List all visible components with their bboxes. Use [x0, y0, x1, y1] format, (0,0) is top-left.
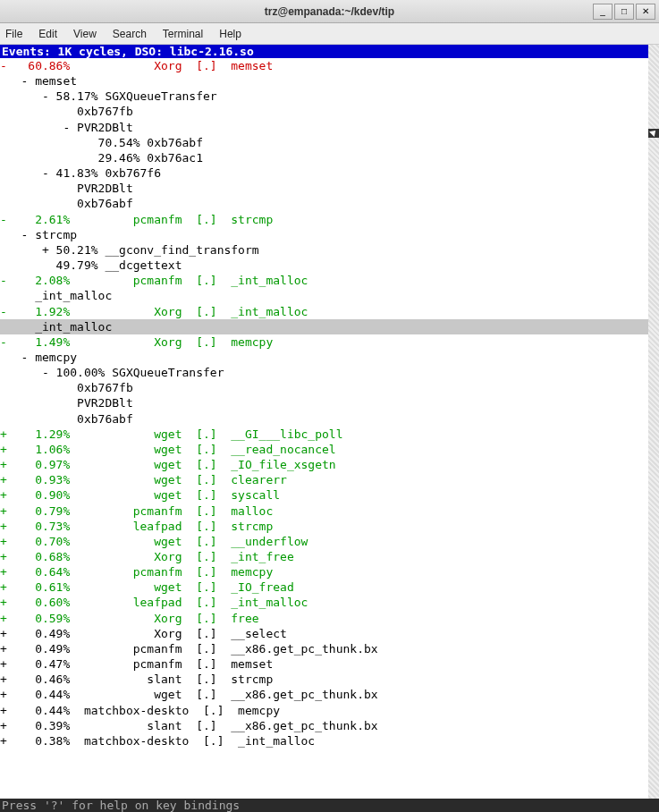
perf-row[interactable]: - strcmp — [0, 227, 659, 242]
close-button[interactable]: ✕ — [636, 4, 655, 20]
perf-row[interactable]: PVR2DBlt — [0, 181, 659, 196]
perf-row[interactable]: + 0.47% pcmanfm [.] memset — [0, 656, 659, 672]
perf-row[interactable]: 0xb767fb — [0, 380, 659, 395]
perf-row[interactable]: + 0.44% matchbox-deskto [.] memcpy — [0, 703, 659, 718]
minimize-button[interactable]: _ — [593, 4, 613, 20]
scrollbar-track[interactable] — [648, 45, 659, 812]
footer-help: Press '?' for help on key bindings — [0, 799, 659, 812]
perf-row[interactable]: + 0.49% Xorg [.] __select — [0, 626, 659, 641]
perf-row[interactable]: - 41.83% 0xb767f6 — [0, 165, 659, 181]
perf-row[interactable]: + 0.90% wget [.] syscall — [0, 487, 659, 503]
perf-row[interactable]: + 0.46% slant [.] strcmp — [0, 672, 659, 687]
perf-row[interactable]: + 0.60% leafpad [.] _int_malloc — [0, 595, 659, 610]
titlebar: trz@empanada:~/kdev/tip _ □ ✕ — [0, 0, 659, 23]
perf-row[interactable]: - 2.08% pcmanfm [.] _int_malloc — [0, 273, 659, 288]
menu-view[interactable]: View — [73, 28, 97, 40]
perf-row[interactable]: + 0.79% pcmanfm [.] malloc — [0, 503, 659, 519]
perf-row[interactable]: - 58.17% SGXQueueTransfer — [0, 89, 659, 104]
perf-row[interactable]: - 100.00% SGXQueueTransfer — [0, 365, 659, 380]
perf-row[interactable]: + 0.70% wget [.] __underflow — [0, 534, 659, 549]
perf-row[interactable]: + 0.38% matchbox-deskto [.] _int_malloc — [0, 733, 659, 749]
perf-row[interactable]: + 0.97% wget [.] _IO_file_xsgetn — [0, 457, 659, 472]
menubar: File Edit View Search Terminal Help — [0, 23, 659, 45]
perf-row[interactable]: 0xb76abf — [0, 411, 659, 427]
menu-file[interactable]: File — [5, 28, 22, 40]
menu-search[interactable]: Search — [113, 28, 147, 40]
perf-row[interactable]: + 50.21% __gconv_find_transform — [0, 242, 659, 258]
perf-row[interactable]: + 0.39% slant [.] __x86.get_pc_thunk.bx — [0, 718, 659, 733]
menu-edit[interactable]: Edit — [38, 28, 57, 40]
perf-row[interactable]: - memcpy — [0, 350, 659, 365]
perf-row[interactable]: 29.46% 0xb76ac1 — [0, 150, 659, 165]
perf-row[interactable]: 0xb76abf — [0, 196, 659, 211]
perf-row[interactable]: + 0.59% Xorg [.] free — [0, 611, 659, 626]
perf-row[interactable]: + 0.49% pcmanfm [.] __x86.get_pc_thunk.b… — [0, 641, 659, 656]
perf-row[interactable]: + 0.93% wget [.] clearerr — [0, 472, 659, 487]
perf-row[interactable]: + 0.73% leafpad [.] strcmp — [0, 519, 659, 534]
perf-row[interactable]: + 1.29% wget [.] __GI___libc_poll — [0, 427, 659, 442]
perf-row[interactable]: - 2.61% pcmanfm [.] strcmp — [0, 212, 659, 227]
scrollbar-thumb[interactable] — [648, 129, 659, 138]
perf-row[interactable]: 0xb767fb — [0, 104, 659, 119]
perf-row[interactable]: + 1.06% wget [.] __read_nocancel — [0, 442, 659, 457]
menu-terminal[interactable]: Terminal — [163, 28, 203, 40]
perf-row[interactable]: _int_malloc — [0, 319, 659, 334]
window-title: trz@empanada:~/kdev/tip — [265, 5, 394, 18]
perf-row[interactable]: - 60.86% Xorg [.] memset — [0, 58, 659, 73]
perf-row[interactable]: + 0.61% wget [.] _IO_fread — [0, 579, 659, 595]
perf-row[interactable]: + 0.44% wget [.] __x86.get_pc_thunk.bx — [0, 687, 659, 702]
perf-row[interactable]: _int_malloc — [0, 288, 659, 303]
perf-report-content[interactable]: - 60.86% Xorg [.] memset - memset - 58.1… — [0, 58, 659, 749]
perf-row[interactable]: 49.79% __dcgettext — [0, 258, 659, 273]
perf-row[interactable]: - memset — [0, 73, 659, 89]
window-buttons: _ □ ✕ — [593, 4, 655, 20]
perf-row[interactable]: - 1.49% Xorg [.] memcpy — [0, 334, 659, 350]
perf-row[interactable]: - PVR2DBlt — [0, 120, 659, 135]
maximize-button[interactable]: □ — [614, 4, 634, 20]
perf-row[interactable]: 70.54% 0xb76abf — [0, 135, 659, 150]
menu-help[interactable]: Help — [219, 28, 241, 40]
perf-row[interactable]: PVR2DBlt — [0, 395, 659, 410]
perf-row[interactable]: + 0.64% pcmanfm [.] memcpy — [0, 564, 659, 579]
terminal-area[interactable]: Events: 1K cycles, DSO: libc-2.16.so - 6… — [0, 45, 659, 812]
perf-row[interactable]: + 0.68% Xorg [.] _int_free — [0, 549, 659, 564]
perf-header: Events: 1K cycles, DSO: libc-2.16.so — [0, 45, 659, 58]
perf-row[interactable]: - 1.92% Xorg [.] _int_malloc — [0, 304, 659, 319]
